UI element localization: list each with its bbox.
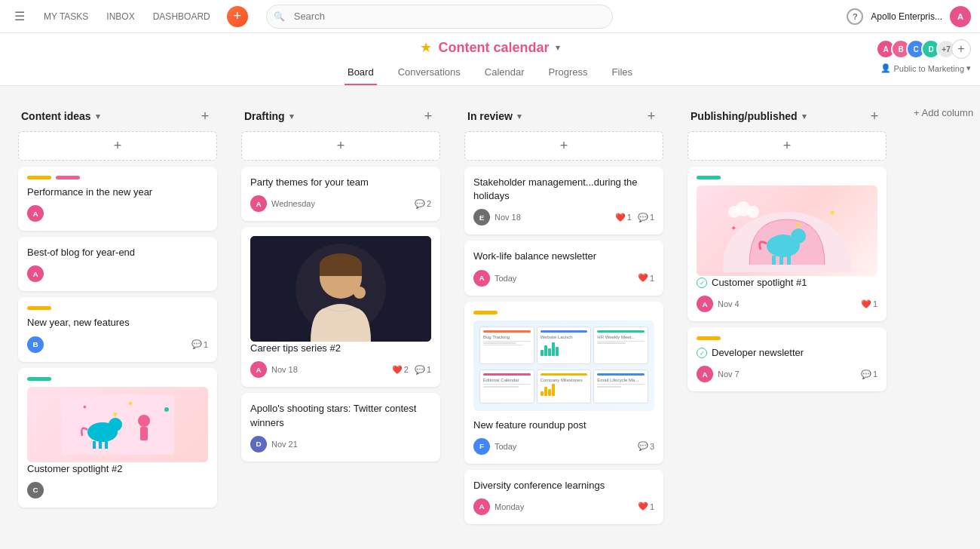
check-icon: ✓ xyxy=(697,348,707,358)
task-card[interactable]: Diversity conference learnings A Monday … xyxy=(464,470,663,524)
card-title: Stakeholder management...during the holi… xyxy=(473,176,654,203)
card-avatar-wrap: C xyxy=(27,482,44,498)
nav-dashboard[interactable]: DASHBOARD xyxy=(145,7,218,26)
card-avatar-wrap: A Nov 4 xyxy=(697,296,740,312)
add-task-icon: + xyxy=(783,138,792,154)
column-title-text: Publishing/published xyxy=(691,110,798,122)
card-footer: C xyxy=(27,482,208,498)
search-input[interactable] xyxy=(266,5,613,29)
column-add-button[interactable]: + xyxy=(865,107,884,125)
task-card[interactable]: ✓ Developer newsletter A Nov 7 💬1 xyxy=(688,327,887,391)
nav-inbox[interactable]: INBOX xyxy=(99,7,142,26)
add-icon: + xyxy=(233,8,241,24)
tab-calendar[interactable]: Calendar xyxy=(482,60,528,85)
add-project-button[interactable]: + xyxy=(227,6,248,27)
card-avatar: A xyxy=(473,270,490,287)
svg-point-27 xyxy=(747,206,759,218)
svg-rect-24 xyxy=(787,256,791,265)
column-title-text: Content ideas xyxy=(21,110,91,122)
card-avatar-wrap: A xyxy=(27,205,44,222)
hamburger-menu[interactable]: ☰ xyxy=(9,6,30,27)
card-title: Customer spotlight #1 xyxy=(712,276,807,290)
tab-progress[interactable]: Progress xyxy=(546,60,591,85)
column-header: Drafting ▾ + xyxy=(235,98,446,131)
add-task-row[interactable]: + xyxy=(464,131,663,161)
search-area xyxy=(266,5,613,29)
card-title: Customer spotlight #2 xyxy=(27,462,208,476)
person-icon: 👤 xyxy=(880,63,891,73)
add-task-row[interactable]: + xyxy=(688,131,887,161)
column-add-button[interactable]: + xyxy=(642,107,660,125)
tab-files[interactable]: Files xyxy=(609,60,635,85)
tag-yellow xyxy=(697,336,721,340)
project-chevron-icon[interactable]: ▾ xyxy=(556,42,560,53)
column-chevron-icon[interactable]: ▾ xyxy=(802,112,807,121)
task-card[interactable]: Stakeholder management...during the holi… xyxy=(464,167,663,235)
column-add-button[interactable]: + xyxy=(419,107,437,125)
user-avatar[interactable]: A xyxy=(950,6,971,27)
column-chevron-icon[interactable]: ▾ xyxy=(96,112,100,121)
column-chevron-icon[interactable]: ▾ xyxy=(517,112,522,121)
card-avatar: D xyxy=(250,436,267,452)
visibility-chevron: ▾ xyxy=(966,63,971,73)
card-avatar: A xyxy=(697,366,713,382)
task-card[interactable]: Performance in the new year A xyxy=(18,167,217,231)
card-title-row: ✓ Developer newsletter xyxy=(697,346,877,360)
card-footer: D Nov 21 xyxy=(250,436,431,452)
collab-add-button[interactable]: + xyxy=(951,39,971,59)
add-task-icon: + xyxy=(114,138,122,154)
add-task-row[interactable]: + xyxy=(241,131,440,161)
svg-rect-5 xyxy=(99,441,102,449)
task-card[interactable]: Customer spotlight #2 C xyxy=(18,368,217,508)
nav-my-tasks[interactable]: MY TASKS xyxy=(36,7,96,26)
tag-teal xyxy=(27,377,51,381)
top-nav: ☰ MY TASKS INBOX DASHBOARD + ? Apollo En… xyxy=(0,0,980,33)
card-title: Apollo's shooting stars: Twitter contest… xyxy=(250,402,431,429)
svg-point-11 xyxy=(164,407,169,412)
card-hearts: ❤️1 xyxy=(638,273,654,283)
help-button[interactable]: ? xyxy=(847,8,863,25)
card-date: Nov 18 xyxy=(271,365,298,374)
card-avatar: C xyxy=(27,482,44,498)
card-footer: A Wednesday 💬2 xyxy=(250,195,431,212)
unicorn-illustration: ✦ ✦ xyxy=(697,186,877,276)
tab-conversations[interactable]: Conversations xyxy=(395,60,464,85)
search-wrap xyxy=(266,5,613,29)
add-column-button[interactable]: + Add column xyxy=(905,98,980,127)
svg-rect-22 xyxy=(772,256,776,265)
project-star-icon[interactable]: ★ xyxy=(420,39,432,56)
visibility-label[interactable]: 👤 Public to Marketing ▾ xyxy=(880,63,971,73)
task-card[interactable]: ✦ ✦ ✓ Customer spotlight #1 A Nov 4 ❤️1 xyxy=(688,167,887,321)
card-tags xyxy=(27,306,208,310)
card-avatar: A xyxy=(27,265,44,282)
tag-pink xyxy=(56,176,80,179)
column-header: In review ▾ + xyxy=(458,98,669,131)
column-add-button[interactable]: + xyxy=(196,107,214,125)
tab-board[interactable]: Board xyxy=(345,60,377,85)
card-date: Nov 7 xyxy=(718,370,740,379)
task-card[interactable]: Apollo's shooting stars: Twitter contest… xyxy=(241,393,440,461)
task-card[interactable]: Best-of blog for year-end A xyxy=(18,237,217,291)
task-card[interactable]: Career tips series #2 A Nov 18 ❤️2💬1 xyxy=(241,227,440,387)
column-in-review: In review ▾ + + Stakeholder management..… xyxy=(458,98,669,530)
card-title: New feature roundup post xyxy=(473,419,654,432)
task-card[interactable]: New year, new features B 💬1 xyxy=(18,297,217,361)
column-content-ideas: Content ideas ▾ + + Performance in the n… xyxy=(12,98,223,514)
column-chevron-icon[interactable]: ▾ xyxy=(289,112,294,121)
task-card[interactable]: Work-life balance newsletter A Today ❤️1 xyxy=(464,241,663,295)
add-task-row[interactable]: + xyxy=(18,131,217,161)
board: Content ideas ▾ + + Performance in the n… xyxy=(0,86,980,542)
svg-rect-8 xyxy=(140,427,148,440)
card-footer: A Nov 4 ❤️1 xyxy=(697,296,877,312)
card-avatar-wrap: A Nov 7 xyxy=(697,366,740,382)
column-header: Publishing/published ▾ + xyxy=(681,98,893,131)
hamburger-icon: ☰ xyxy=(14,9,25,23)
card-meta: 💬1 xyxy=(861,370,877,379)
card-comments: 💬1 xyxy=(415,365,431,375)
tag-yellow xyxy=(473,311,498,314)
check-icon: ✓ xyxy=(697,278,707,288)
task-card[interactable]: Bug Tracking Website Launch HR Weekly xyxy=(464,302,663,464)
comment-icon: 💬 xyxy=(415,365,425,375)
task-card[interactable]: Party themes for your team A Wednesday 💬… xyxy=(241,167,440,221)
card-hearts: ❤️2 xyxy=(392,365,409,375)
